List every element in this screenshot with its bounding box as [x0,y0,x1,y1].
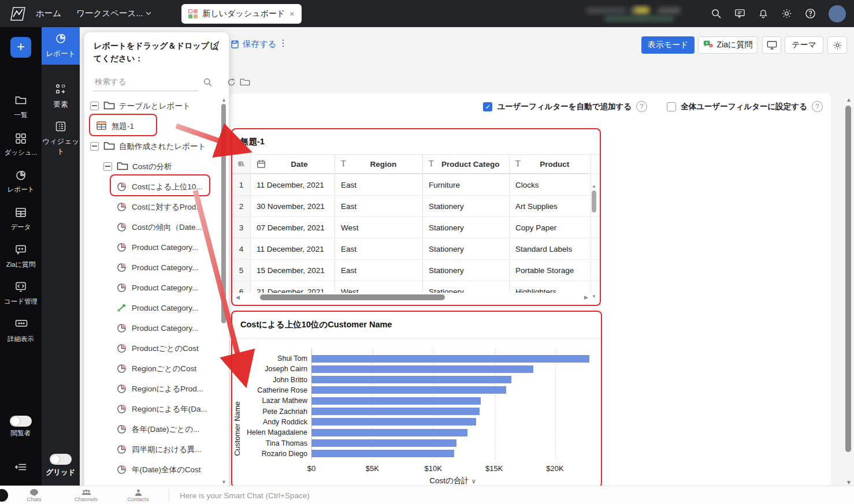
table-widget[interactable]: 無題-1 DateTRegionTProduct CategoTProduct1… [231,128,601,306]
table-row-1[interactable]: 111 December, 2021EastFurnitureClocks [232,174,600,196]
tree-item-15[interactable]: Regionによる年(Da... [84,399,222,419]
table-row-3[interactable]: 307 December, 2021WestStationeryCopy Pap… [232,217,600,238]
sidebar-item-5[interactable]: コード管理 [0,282,42,306]
tree-item-10[interactable]: Product Category... [84,298,222,318]
checkbox-unchecked-icon[interactable] [667,102,676,111]
panel-scrollbar[interactable]: ▲ ▼ [221,97,227,485]
save-button[interactable]: 保存する [231,39,277,50]
checkbox-checked-icon[interactable]: ✓ [483,102,492,111]
viewer-toggle[interactable]: 閲覧者 [0,416,42,438]
sidebar-item-3[interactable]: データ [0,207,42,232]
bar-shui-tom[interactable] [311,355,589,363]
scroll-left-icon[interactable]: ◀ [236,294,240,300]
column-header-Date[interactable]: Date [251,155,335,174]
bar-john-britto[interactable] [311,376,511,383]
panel-tab-2[interactable]: ウィジェット [42,115,80,162]
search-input[interactable] [94,73,198,91]
collapse-expander-icon[interactable] [103,162,112,171]
sidebar-item-6[interactable]: 詳細表示 [0,319,42,344]
channels-tab[interactable]: Channels [60,489,112,502]
tree-item-4[interactable]: Costによる上位10... [84,177,222,197]
bar-helen-magadalene[interactable] [311,429,467,436]
panel-tab-0[interactable]: レポート [42,27,80,65]
feedback-icon[interactable] [734,8,745,19]
bar-tina-thomas[interactable] [311,439,456,447]
table-row-6[interactable]: 621 December, 2021WestStationeryHighligh… [232,281,600,293]
x-axis-label[interactable]: Costの合計 ∨ [311,476,594,486]
tree-item-1[interactable]: 無題-1 [84,116,222,136]
tree-item-13[interactable]: RegionごとのCost [84,359,222,379]
tree-item-17[interactable]: 四半期における異... [84,439,222,460]
tree-item-18[interactable]: 年(Date)全体のCost [84,460,222,480]
presentation-mode-button[interactable] [762,36,781,54]
contacts-tab[interactable]: Contacts [112,489,164,502]
column-header-Product Catego[interactable]: TProduct Catego [423,155,510,174]
column-header-Product[interactable]: TProduct [510,155,591,174]
tree-item-0[interactable]: テーブルとレポート [84,96,222,116]
column-header-Region[interactable]: TRegion [335,155,423,174]
theme-button[interactable]: テーマ [785,36,823,54]
global-user-filter-checkbox[interactable]: 全体ユーザーフィルターに設定する ? [667,101,823,112]
grid-toggle[interactable]: グリッド [42,454,80,477]
scroll-up-icon[interactable]: ▲ [846,96,852,103]
search-icon[interactable] [711,8,722,19]
tree-item-12[interactable]: ProductごとのCost [84,338,222,359]
notifications-bell-icon[interactable] [758,8,768,19]
scroll-up-icon[interactable]: ▲ [221,97,227,103]
tree-item-14[interactable]: RegionによるProd... [84,379,222,399]
chevron-down-icon[interactable]: ∨ [471,477,476,484]
scrollbar-thumb[interactable] [845,106,851,452]
bar-joseph-cairn[interactable] [311,365,533,373]
tree-item-5[interactable]: Costに対するProd... [84,197,222,217]
view-mode-button[interactable]: 表示モード [641,36,695,54]
chart-widget[interactable]: Costによる上位10位のCustomer Name Customer Name… [231,311,602,488]
panel-tab-1[interactable]: 要素 [42,78,80,115]
scroll-up-icon[interactable]: ▲ [592,184,596,189]
nav-home[interactable]: ホーム [36,8,61,19]
scrollbar-thumb[interactable] [592,191,596,212]
bar-lazar-mathew[interactable] [311,397,481,405]
table-horizontal-scrollbar[interactable]: ◀ ▶ [236,294,588,301]
tab-close-icon[interactable]: × [289,9,295,18]
tree-item-3[interactable]: Costの分析 [84,156,222,177]
page-vertical-scrollbar[interactable]: ▲ ▼ [844,95,853,486]
bar-andy-roddick[interactable] [311,418,476,425]
table-row-5[interactable]: 515 December, 2021EastStationeryPortable… [232,260,600,281]
sidebar-item-1[interactable]: ダッシュ... [0,133,42,157]
smart-chat-input[interactable]: Here is your Smart Chat (Ctrl+Space) [174,491,854,500]
scroll-down-icon[interactable]: ▼ [846,479,852,486]
refresh-icon[interactable] [227,77,236,87]
chats-tab[interactable]: Chats [8,489,60,502]
settings-gear-icon[interactable] [781,8,792,19]
bar-catherine-rose[interactable] [311,386,506,394]
more-options-kebab-icon[interactable]: ⋮ [279,38,288,48]
folder-view-icon[interactable] [240,77,250,87]
sidebar-item-4[interactable]: Ziaに質問 [0,245,42,269]
help-circle-icon[interactable]: ? [812,101,823,112]
table-row-4[interactable]: 411 December, 2021EastStationeryStandard… [232,238,600,260]
table-row-2[interactable]: 230 November, 2021EastStationeryArt Supp… [232,196,600,217]
search-icon[interactable] [203,77,213,87]
sidebar-item-2[interactable]: レポート [0,170,42,194]
collapse-expander-icon[interactable] [90,142,99,151]
scrollbar-thumb[interactable] [260,294,445,300]
bar-pete-zachriah[interactable] [311,408,480,415]
help-circle-icon[interactable]: ? [636,101,647,112]
analytics-logo-icon[interactable] [9,6,27,21]
grid-toggle-switch[interactable] [50,454,72,465]
create-new-button[interactable]: + [10,37,31,58]
bar-rozario-diego[interactable] [311,450,454,457]
sidebar-item-0[interactable]: 一覧 [0,95,42,120]
help-icon[interactable] [805,8,816,19]
scroll-down-icon[interactable]: ▼ [221,479,227,485]
tree-item-16[interactable]: 各年(Date)ごとの... [84,419,222,439]
auto-user-filter-checkbox[interactable]: ✓ ユーザーフィルターを自動で追加する ? [483,101,647,112]
table-vertical-scrollbar[interactable]: ▲ ▼ [591,184,597,299]
nav-workspace[interactable]: ワークスペース... [76,8,151,19]
dashboard-settings-button[interactable] [827,36,847,54]
scroll-right-icon[interactable]: ▶ [584,294,588,300]
tree-item-9[interactable]: Product Category... [84,278,222,298]
scroll-down-icon[interactable]: ▼ [592,294,596,299]
tree-item-2[interactable]: 自動作成されたレポート [84,136,222,156]
tree-item-7[interactable]: Product Category... [84,237,222,257]
